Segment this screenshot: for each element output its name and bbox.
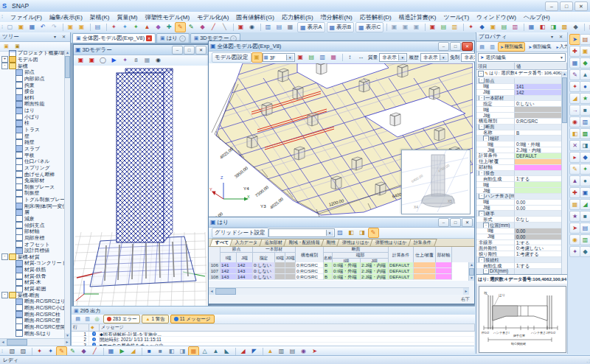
- tool-icon[interactable]: ◢: [237, 346, 249, 357]
- property-row[interactable]: I端: [476, 107, 562, 113]
- property-row[interactable]: 形式 0:なし: [476, 217, 562, 223]
- property-row[interactable]: I端 0.00: [476, 228, 562, 234]
- tool-icon[interactable]: ▥: [449, 22, 460, 32]
- view-button[interactable]: ▦表示B: [327, 22, 355, 32]
- property-row[interactable]: 自動生成 1:する: [476, 176, 562, 182]
- tool-icon[interactable]: ▦: [569, 57, 580, 69]
- figure-icon[interactable]: 8: [131, 55, 142, 66]
- pin-icon[interactable]: ▾: [548, 33, 556, 41]
- menu-item[interactable]: ファイル(F): [7, 13, 46, 22]
- property-row[interactable]: J端 142: [476, 90, 562, 96]
- maximize-button[interactable]: □: [450, 42, 461, 51]
- collapse-icon[interactable]: -: [479, 257, 485, 262]
- tool-icon[interactable]: ✦: [119, 22, 131, 32]
- tool-icon[interactable]: ▲: [210, 346, 221, 357]
- line-icon[interactable]: ╱: [208, 22, 219, 32]
- view-button[interactable]: ▦表示C: [355, 22, 384, 32]
- tool-icon[interactable]: ➤: [569, 223, 580, 234]
- grid-icon[interactable]: ▦: [285, 22, 296, 32]
- modeler-3d-viewport[interactable]: [74, 66, 208, 307]
- property-row[interactable]: -接続柱: [476, 257, 562, 263]
- tool-icon[interactable]: ▥: [580, 116, 590, 127]
- property-row[interactable]: I端 0:I端・外端: [476, 141, 562, 147]
- property-row[interactable]: -位置(mm): [476, 223, 562, 228]
- tool-icon[interactable]: ◆: [570, 22, 581, 32]
- tool-icon[interactable]: ✚: [569, 46, 580, 57]
- property-row[interactable]: -継手: [476, 211, 562, 217]
- property-row[interactable]: 捩り剛性 1:考慮する: [476, 251, 562, 257]
- menu-item[interactable]: 応力解析(S): [278, 13, 317, 22]
- property-row[interactable]: 部材軸: [476, 165, 562, 171]
- tree-expander-icon[interactable]: -: [1, 292, 8, 298]
- close-button[interactable]: ✕: [195, 46, 206, 55]
- property-row[interactable]: -断面: [476, 125, 562, 130]
- tree-horizontal-scrollbar[interactable]: ◄►: [0, 338, 70, 346]
- tool-icon[interactable]: ◢: [128, 346, 139, 357]
- tool-icon[interactable]: ▣: [389, 22, 400, 32]
- property-row[interactable]: 指定 0:しない: [476, 101, 562, 107]
- render-icon[interactable]: ▦: [328, 52, 339, 63]
- toolbar-grip[interactable]: ⁞: [1, 24, 3, 30]
- tool-icon[interactable]: ◨: [580, 140, 590, 151]
- selection-summary-row[interactable]: - ✎ はり: 選択数4 データ番号: 106,4062...: [476, 70, 567, 77]
- tool-icon[interactable]: ▣: [400, 22, 411, 32]
- tool-icon[interactable]: ◆: [476, 22, 487, 32]
- tool-icon[interactable]: ■: [155, 346, 166, 357]
- minimize-button[interactable]: –: [438, 42, 449, 51]
- property-row[interactable]: -端部: [476, 136, 562, 141]
- minimize-button[interactable]: –: [545, 1, 558, 11]
- tool-icon[interactable]: ▤: [438, 22, 449, 32]
- floor-selector[interactable]: ▦3F▾: [263, 53, 295, 62]
- collapse-icon[interactable]: -: [483, 136, 489, 141]
- collapse-icon[interactable]: -: [479, 125, 485, 130]
- property-row[interactable]: I端: [476, 182, 562, 188]
- grid-icon[interactable]: ▦: [142, 55, 153, 66]
- find-icon[interactable]: ◧: [346, 228, 357, 238]
- tool-icon[interactable]: ●: [580, 81, 590, 92]
- line-icon[interactable]: ╱: [89, 346, 100, 357]
- sheet-icon[interactable]: ▤: [477, 42, 487, 52]
- menu-item[interactable]: 構造計算書(K): [395, 13, 440, 22]
- tool-icon[interactable]: ▤: [287, 346, 298, 357]
- property-row[interactable]: 仕上/被覆: [476, 159, 562, 165]
- tool-icon[interactable]: ▤: [499, 22, 510, 32]
- overview-inset[interactable]: 6400.00 4750.00 X4 X5: [401, 150, 471, 214]
- sort-horizontal-icon[interactable]: ↔: [355, 52, 367, 63]
- collapse-icon[interactable]: -: [479, 194, 485, 199]
- render-icon[interactable]: ▥: [317, 52, 328, 63]
- property-row[interactable]: 面外剛性 0:考慮しない: [476, 245, 562, 251]
- save-icon[interactable]: ▦: [27, 22, 38, 32]
- property-row[interactable]: J端: [476, 188, 562, 194]
- close-button[interactable]: ✕: [575, 1, 588, 11]
- monitor-icon[interactable]: ▣: [235, 22, 246, 32]
- toolbar-grip[interactable]: ⁞: [1, 349, 5, 354]
- tool-icon[interactable]: ✦: [131, 22, 142, 32]
- tool-icon[interactable]: ▣: [487, 22, 499, 32]
- tool-icon[interactable]: ▣: [411, 22, 422, 32]
- menu-item[interactable]: 架構(K): [86, 13, 114, 22]
- mode-dropdown[interactable]: ➤ 選択/編集 ▼: [478, 53, 566, 62]
- select-icon[interactable]: ➤: [569, 34, 580, 45]
- collapse-icon[interactable]: -: [479, 96, 485, 101]
- tool-icon[interactable]: ◢: [569, 93, 580, 104]
- tree-expander-icon[interactable]: -: [1, 63, 8, 69]
- menu-item[interactable]: モデル化(A): [193, 13, 232, 22]
- tool-icon[interactable]: ◉: [569, 116, 580, 127]
- grid-sheet-settings-button[interactable]: グリッドシート設定: [212, 228, 268, 238]
- walk-icon[interactable]: ✦: [119, 55, 131, 66]
- pencil-icon[interactable]: ✎: [56, 346, 67, 357]
- tool-icon[interactable]: ✦: [465, 22, 476, 32]
- window-tile-icon[interactable]: ▣: [65, 22, 76, 32]
- maximize-button[interactable]: □: [560, 1, 573, 11]
- tool-icon[interactable]: ●: [580, 175, 590, 186]
- table-row[interactable]: 108 143 144 0:しない 0:RC/SRC B 0:I端・外端 2:J…: [209, 274, 469, 280]
- pin-icon[interactable]: ▾: [51, 33, 59, 41]
- tool-icon[interactable]: ▣: [580, 187, 590, 198]
- play-icon[interactable]: ▶: [108, 55, 119, 66]
- output-message-row[interactable]: 2 i 開始時刻: 2021/ 1/13 11:15:11: [72, 337, 475, 342]
- tool-icon[interactable]: ✎: [569, 69, 580, 80]
- datasheet-icon[interactable]: ▤: [92, 22, 103, 32]
- tool-icon[interactable]: ▲: [142, 22, 153, 32]
- export-icon[interactable]: ▤: [73, 315, 83, 323]
- close-button[interactable]: ✕: [462, 218, 473, 227]
